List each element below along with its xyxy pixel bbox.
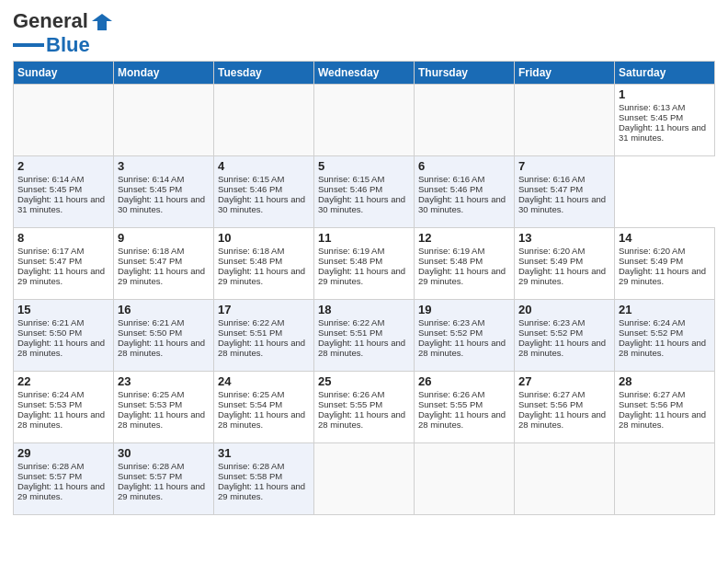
daylight-text: Daylight: 11 hours and 28 minutes.: [619, 409, 706, 430]
sunrise-text: Sunrise: 6:18 AM: [218, 246, 284, 256]
day-cell: [515, 443, 615, 515]
week-row-1: 1Sunrise: 6:13 AMSunset: 5:45 PMDaylight…: [14, 85, 715, 156]
day-number: 26: [418, 374, 510, 388]
header-row: SundayMondayTuesdayWednesdayThursdayFrid…: [14, 62, 715, 85]
sunrise-text: Sunrise: 6:13 AM: [619, 102, 685, 112]
day-number: 22: [17, 374, 109, 388]
sunrise-text: Sunrise: 6:27 AM: [619, 389, 685, 399]
day-number: 13: [518, 231, 610, 245]
sunrise-text: Sunrise: 6:19 AM: [318, 246, 384, 256]
day-number: 12: [418, 231, 510, 245]
day-number: 25: [318, 374, 410, 388]
day-cell: 13Sunrise: 6:20 AMSunset: 5:49 PMDayligh…: [515, 228, 615, 300]
day-number: 7: [518, 159, 610, 173]
daylight-text: Daylight: 11 hours and 28 minutes.: [619, 338, 706, 358]
sunrise-text: Sunrise: 6:17 AM: [17, 246, 84, 256]
daylight-text: Daylight: 11 hours and 29 minutes.: [318, 266, 405, 286]
daylight-text: Daylight: 11 hours and 28 minutes.: [17, 409, 105, 430]
sunset-text: Sunset: 5:50 PM: [17, 327, 82, 338]
week-row-4: 15Sunrise: 6:21 AMSunset: 5:50 PMDayligh…: [14, 300, 715, 372]
header-cell-tuesday: Tuesday: [214, 62, 314, 85]
sunset-text: Sunset: 5:53 PM: [118, 399, 182, 409]
sunset-text: Sunset: 5:55 PM: [418, 399, 483, 409]
daylight-text: Daylight: 11 hours and 28 minutes.: [318, 338, 405, 358]
daylight-text: Daylight: 11 hours and 31 minutes.: [619, 122, 706, 143]
day-number: 3: [118, 159, 210, 173]
daylight-text: Daylight: 11 hours and 30 minutes.: [518, 194, 606, 214]
day-cell: 22Sunrise: 6:24 AMSunset: 5:53 PMDayligh…: [14, 372, 114, 443]
daylight-text: Daylight: 11 hours and 29 minutes.: [17, 266, 105, 286]
sunrise-text: Sunrise: 6:25 AM: [118, 389, 184, 399]
header-cell-sunday: Sunday: [14, 62, 114, 85]
sunset-text: Sunset: 5:55 PM: [318, 399, 382, 409]
day-cell: 26Sunrise: 6:26 AMSunset: 5:55 PMDayligh…: [415, 372, 515, 443]
day-number: 14: [619, 231, 711, 245]
daylight-text: Daylight: 11 hours and 28 minutes.: [418, 338, 506, 358]
day-number: 23: [118, 374, 210, 388]
sunrise-text: Sunrise: 6:28 AM: [118, 461, 184, 471]
day-cell: 15Sunrise: 6:21 AMSunset: 5:50 PMDayligh…: [14, 300, 114, 372]
sunrise-text: Sunrise: 6:27 AM: [518, 389, 585, 399]
sunrise-text: Sunrise: 6:14 AM: [17, 174, 84, 184]
sunrise-text: Sunrise: 6:15 AM: [218, 174, 284, 184]
day-cell: 23Sunrise: 6:25 AMSunset: 5:53 PMDayligh…: [114, 372, 214, 443]
day-cell: 1Sunrise: 6:13 AMSunset: 5:45 PMDaylight…: [615, 85, 715, 156]
header: General Blue: [13, 9, 715, 57]
calendar-container: General Blue SundayMondayTuesdayWednesda…: [0, 0, 728, 523]
daylight-text: Daylight: 11 hours and 29 minutes.: [17, 481, 105, 501]
logo-bird-icon: [92, 12, 112, 32]
daylight-text: Daylight: 11 hours and 28 minutes.: [218, 409, 305, 430]
daylight-text: Daylight: 11 hours and 28 minutes.: [118, 338, 205, 358]
day-number: 29: [17, 446, 109, 460]
logo: General Blue: [13, 9, 112, 57]
day-cell: 30Sunrise: 6:28 AMSunset: 5:57 PMDayligh…: [114, 443, 214, 515]
sunrise-text: Sunrise: 6:16 AM: [418, 174, 484, 184]
day-cell: 16Sunrise: 6:21 AMSunset: 5:50 PMDayligh…: [114, 300, 214, 372]
day-cell: 10Sunrise: 6:18 AMSunset: 5:48 PMDayligh…: [214, 228, 314, 300]
sunset-text: Sunset: 5:53 PM: [17, 399, 82, 409]
sunset-text: Sunset: 5:57 PM: [118, 471, 182, 481]
day-cell: [214, 85, 314, 156]
day-cell: 21Sunrise: 6:24 AMSunset: 5:52 PMDayligh…: [615, 300, 715, 372]
daylight-text: Daylight: 11 hours and 29 minutes.: [118, 266, 205, 286]
day-number: 10: [218, 231, 310, 245]
daylight-text: Daylight: 11 hours and 28 minutes.: [418, 409, 506, 430]
sunrise-text: Sunrise: 6:20 AM: [518, 246, 585, 256]
day-cell: [515, 85, 615, 156]
sunrise-text: Sunrise: 6:24 AM: [619, 317, 685, 327]
sunrise-text: Sunrise: 6:20 AM: [619, 246, 685, 256]
sunset-text: Sunset: 5:51 PM: [318, 327, 382, 338]
sunset-text: Sunset: 5:45 PM: [118, 184, 182, 194]
sunrise-text: Sunrise: 6:19 AM: [418, 246, 484, 256]
sunrise-text: Sunrise: 6:23 AM: [518, 317, 585, 327]
day-number: 17: [218, 303, 310, 316]
day-cell: 17Sunrise: 6:22 AMSunset: 5:51 PMDayligh…: [214, 300, 314, 372]
daylight-text: Daylight: 11 hours and 31 minutes.: [17, 194, 105, 214]
day-number: 6: [418, 159, 510, 173]
sunrise-text: Sunrise: 6:24 AM: [17, 389, 84, 399]
day-cell: 28Sunrise: 6:27 AMSunset: 5:56 PMDayligh…: [615, 372, 715, 443]
day-number: 11: [318, 231, 410, 245]
sunset-text: Sunset: 5:54 PM: [218, 399, 282, 409]
day-number: 19: [418, 303, 510, 316]
day-cell: 3Sunrise: 6:14 AMSunset: 5:45 PMDaylight…: [114, 156, 214, 228]
sunset-text: Sunset: 5:52 PM: [619, 327, 683, 338]
daylight-text: Daylight: 11 hours and 29 minutes.: [518, 266, 606, 286]
day-cell: [314, 443, 415, 515]
daylight-text: Daylight: 11 hours and 28 minutes.: [218, 338, 305, 358]
sunset-text: Sunset: 5:46 PM: [418, 184, 483, 194]
sunset-text: Sunset: 5:58 PM: [218, 471, 282, 481]
day-cell: 4Sunrise: 6:15 AMSunset: 5:46 PMDaylight…: [214, 156, 314, 228]
header-cell-thursday: Thursday: [415, 62, 515, 85]
day-cell: [415, 85, 515, 156]
sunrise-text: Sunrise: 6:21 AM: [17, 317, 84, 327]
day-cell: 27Sunrise: 6:27 AMSunset: 5:56 PMDayligh…: [515, 372, 615, 443]
day-number: 5: [318, 159, 410, 173]
sunrise-text: Sunrise: 6:21 AM: [118, 317, 184, 327]
day-number: 21: [619, 303, 711, 316]
day-cell: 29Sunrise: 6:28 AMSunset: 5:57 PMDayligh…: [14, 443, 114, 515]
day-number: 18: [318, 303, 410, 316]
daylight-text: Daylight: 11 hours and 30 minutes.: [218, 194, 305, 214]
day-cell: 12Sunrise: 6:19 AMSunset: 5:48 PMDayligh…: [415, 228, 515, 300]
daylight-text: Daylight: 11 hours and 28 minutes.: [518, 409, 606, 430]
